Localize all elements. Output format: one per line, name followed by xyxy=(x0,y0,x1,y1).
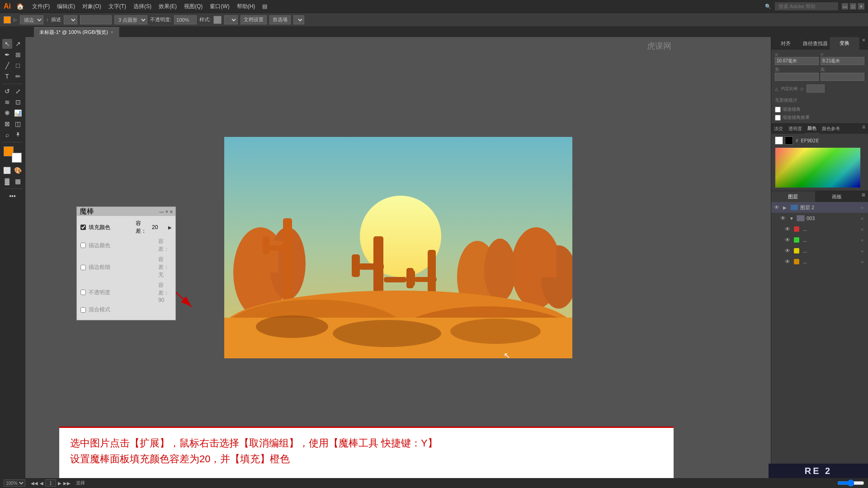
more-tools[interactable]: ••• xyxy=(8,191,18,201)
menu-select[interactable]: 选择(S) xyxy=(131,2,154,11)
layer-row-0[interactable]: 👁 ▶ 图层 2 ○ xyxy=(771,202,868,213)
layer-4-vis[interactable]: ○ xyxy=(859,249,865,253)
eraser-tool[interactable]: ◫ xyxy=(13,119,23,129)
selection-tool[interactable]: ↖ xyxy=(2,39,12,49)
menu-help[interactable]: 帮助(H) xyxy=(234,2,258,11)
direct-selection-tool[interactable]: ↗ xyxy=(13,39,23,49)
tab-transform[interactable]: 变换 xyxy=(830,37,859,50)
search-input[interactable] xyxy=(775,2,838,10)
tab-close-button[interactable]: × xyxy=(111,30,113,35)
pen-tool[interactable]: ✒ xyxy=(2,50,12,60)
tab-swatches[interactable]: 淡交 xyxy=(771,124,786,134)
prefs-button[interactable]: 首选项 xyxy=(269,15,291,24)
opacity-checkbox[interactable] xyxy=(80,290,86,295)
fill-arrow[interactable]: ▶ xyxy=(168,225,172,230)
extra-select[interactable]: ▾ xyxy=(293,15,304,24)
fill-color-swatch[interactable] xyxy=(4,16,11,23)
stroke-select[interactable]: 描边 xyxy=(20,15,43,24)
color-panel-menu[interactable]: ≡ xyxy=(859,124,868,134)
layer-row-1[interactable]: 👁 ▼ 003 ○ xyxy=(771,213,868,224)
black-swatch[interactable] xyxy=(785,136,793,145)
tab-pathfinder[interactable]: 路径查找器 xyxy=(801,37,830,50)
menu-effect[interactable]: 效果(E) xyxy=(156,2,179,11)
menu-object[interactable]: 对象(O) xyxy=(80,2,104,11)
transform-w-input[interactable] xyxy=(775,73,819,81)
doc-settings-button[interactable]: 文档设置 xyxy=(241,15,267,24)
symbol-tool[interactable]: ❋ xyxy=(2,108,12,118)
point-type-select[interactable]: 3 点圆形 xyxy=(114,15,147,24)
home-icon[interactable]: 🏠 xyxy=(16,3,24,10)
scale-strokes-option[interactable]: 缩放描角 xyxy=(775,106,864,113)
layer-row-4[interactable]: 👁 ... ○ xyxy=(771,245,868,256)
fill-none-btn[interactable]: ⬜ xyxy=(2,165,12,175)
menu-window[interactable]: 窗口(W) xyxy=(207,2,232,11)
menu-type[interactable]: 文字(T) xyxy=(106,2,129,11)
layer-row-5[interactable]: 👁 ... ○ xyxy=(771,256,868,267)
interpolation-select[interactable] xyxy=(64,15,77,24)
free-transform-tool[interactable]: ⊡ xyxy=(13,97,23,107)
layers-tab-artboards[interactable]: 画板 xyxy=(815,191,859,202)
layers-tab-layers[interactable]: 图层 xyxy=(771,191,815,202)
right-panel-close[interactable]: × xyxy=(859,37,868,50)
layer-4-eye[interactable]: 👁 xyxy=(785,248,792,254)
color-btn[interactable]: 🎨 xyxy=(13,165,23,175)
slice-tool[interactable]: ⊠ xyxy=(2,119,12,129)
layer-5-eye[interactable]: 👁 xyxy=(785,258,792,265)
zoom-tool[interactable]: ⌕ xyxy=(2,130,12,140)
style-select[interactable] xyxy=(224,15,238,24)
page-input[interactable] xyxy=(45,479,56,487)
zoom-slider[interactable] xyxy=(837,479,864,487)
layer-0-expand[interactable]: ▶ xyxy=(783,205,788,210)
layer-5-vis[interactable]: ○ xyxy=(859,259,865,264)
view-toggle[interactable]: ▤ xyxy=(259,2,270,10)
layer-1-expand[interactable]: ▼ xyxy=(789,216,795,221)
scale-strokes-checkbox[interactable] xyxy=(775,107,781,113)
zoom-select[interactable]: 100% xyxy=(4,479,25,487)
rotate-tool[interactable]: ↺ xyxy=(2,86,12,96)
layer-1-vis[interactable]: ○ xyxy=(859,216,865,221)
eyedropper-tool[interactable]: 🖈 xyxy=(13,130,23,140)
layer-3-eye[interactable]: 👁 xyxy=(785,237,792,243)
scale-tool[interactable]: ⤢ xyxy=(13,86,23,96)
stroke-color-checkbox[interactable] xyxy=(80,243,86,248)
tab-color[interactable]: 颜色 xyxy=(805,124,819,134)
blend-checkbox[interactable] xyxy=(80,307,86,313)
layers-panel-menu[interactable]: ≡ xyxy=(859,191,868,202)
panel-minimize-btn[interactable]: — xyxy=(159,209,164,214)
stroke-width-checkbox[interactable] xyxy=(80,265,86,270)
layer-row-3[interactable]: 👁 ... ○ xyxy=(771,235,868,245)
fill-color-checkbox[interactable] xyxy=(80,225,86,230)
scale-effects-checkbox[interactable] xyxy=(775,115,781,121)
tab-align[interactable]: 对齐 xyxy=(771,37,801,50)
text-tool[interactable]: T xyxy=(2,71,12,81)
type-tool[interactable]: ⊞ xyxy=(13,50,23,60)
layer-0-eye[interactable]: 👁 xyxy=(774,204,781,211)
shear-input[interactable] xyxy=(807,84,825,93)
layer-0-vis[interactable]: ○ xyxy=(859,205,865,210)
close-button[interactable]: × xyxy=(858,3,864,9)
opacity-input[interactable] xyxy=(174,15,197,24)
hex-value[interactable]: EF9D2E xyxy=(801,138,819,144)
gradient-btn[interactable]: ▓ xyxy=(2,176,12,186)
menu-view[interactable]: 视图(Q) xyxy=(181,2,205,11)
chart-tool[interactable]: 📊 xyxy=(13,108,23,118)
transform-h-input[interactable] xyxy=(821,73,864,81)
warp-tool[interactable]: ≋ xyxy=(2,97,12,107)
scale-effects-option[interactable]: 缩放描角效果 xyxy=(775,114,864,121)
transform-x-input[interactable] xyxy=(775,57,819,65)
next-page-btn[interactable]: ▶ xyxy=(58,481,61,486)
layer-1-eye[interactable]: 👁 xyxy=(780,215,788,221)
pattern-btn[interactable]: ▦ xyxy=(13,176,23,186)
background-color[interactable] xyxy=(12,153,22,163)
menu-edit[interactable]: 编辑(E) xyxy=(54,2,78,11)
prev-page-btn[interactable]: ◀ xyxy=(40,481,43,486)
canvas-area[interactable]: 虎课网 xyxy=(25,37,771,485)
transform-y-input[interactable] xyxy=(821,57,864,65)
line-tool[interactable]: ╱ xyxy=(2,61,12,70)
pencil-tool[interactable]: ✏ xyxy=(13,71,23,81)
document-tab[interactable]: 未标题-1* @ 100% (RGB/预览) × xyxy=(34,27,119,37)
white-swatch[interactable] xyxy=(775,136,783,145)
panel-menu-btn[interactable]: ≡ xyxy=(170,209,173,214)
layer-2-eye[interactable]: 👁 xyxy=(785,226,792,232)
shape-tool[interactable]: □ xyxy=(13,61,23,70)
